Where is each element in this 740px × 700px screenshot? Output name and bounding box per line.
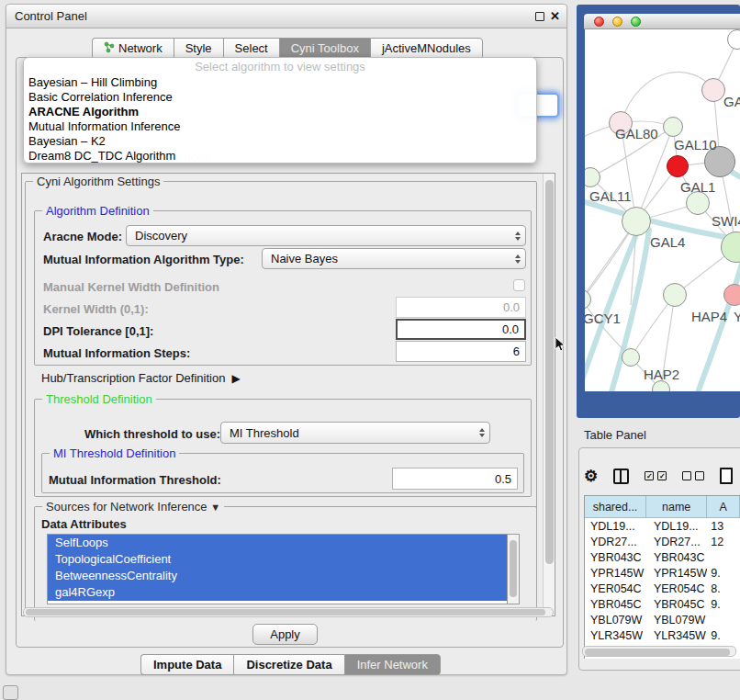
minimize-button[interactable] — [612, 17, 622, 27]
scrollbar-thumb[interactable] — [510, 540, 517, 597]
table-row[interactable]: YPR145WYPR145W9. — [585, 565, 740, 581]
gear-icon[interactable]: ⚙ — [584, 467, 598, 486]
table-toolbar: ⚙ ✓ ✓ — [584, 462, 733, 490]
field-value: 0.5 — [495, 472, 511, 486]
apply-button[interactable]: Apply — [252, 624, 318, 645]
close-icon[interactable]: ✕ — [550, 9, 560, 23]
table-row[interactable]: YBR045CYBR045C9. — [585, 596, 740, 612]
which-threshold-select[interactable]: MI Threshold — [220, 422, 490, 444]
scrollbar-thumb[interactable] — [26, 609, 545, 615]
algorithm-option-mutual-information-inference[interactable]: Mutual Information Inference — [24, 119, 536, 134]
mi-algorithm-type-select[interactable]: Naive Bayes — [262, 248, 526, 269]
column-header-name[interactable]: name — [646, 496, 707, 518]
select-all-icon[interactable]: ✓ ✓ — [645, 471, 667, 480]
spinner-arrows-icon — [515, 254, 521, 264]
table-row[interactable]: YBR043CYBR043C — [585, 549, 740, 565]
manual-kernel-checkbox[interactable] — [513, 279, 525, 291]
table-cell — [707, 612, 740, 627]
node-label-gal10: GAL10 — [674, 137, 717, 152]
kernel-width-field[interactable]: 0.0 — [396, 297, 526, 318]
tab-style[interactable]: Style — [174, 38, 223, 59]
mi-threshold-label: Mutual Information Threshold: — [49, 473, 221, 487]
table-cell: YDL19... — [646, 518, 707, 534]
expand-right-icon[interactable]: ▶ — [231, 372, 240, 385]
combo-value: Naive Bayes — [271, 252, 338, 265]
algorithm-option-aracne-algorithm[interactable]: ARACNE Algorithm — [24, 105, 536, 119]
list-vertical-scrollbar[interactable] — [508, 534, 520, 604]
table-cell: YBL079W — [585, 612, 646, 627]
table-row[interactable]: YLR345WYLR345W9. — [585, 627, 740, 643]
node-label-hap2: HAP2 — [644, 367, 679, 382]
tab-jactivemnodules[interactable]: jActiveMNodules — [370, 38, 483, 59]
network-edge-thick[interactable] — [697, 261, 740, 391]
column-header-a[interactable]: A — [707, 496, 740, 518]
collapse-down-icon[interactable]: ▼ — [210, 502, 220, 513]
attribute-item-gal4rgexp[interactable]: gal4RGexp — [48, 584, 507, 601]
algorithm-dropdown-list: Bayesian – Hill ClimbingBasic Correlatio… — [24, 75, 536, 163]
network-node[interactable] — [663, 117, 683, 137]
dpi-tolerance-label: DPI Tolerance [0,1]: — [43, 324, 153, 338]
node-label-y: Y — [734, 309, 740, 324]
algorithm-dropdown: Select algorithm to view settings Bayesi… — [23, 57, 537, 164]
algorithm-option-bayesian-k2[interactable]: Bayesian – K2 — [24, 134, 536, 149]
spinner-arrows-icon — [515, 231, 521, 241]
tab-label: jActiveMNodules — [382, 41, 471, 55]
float-window-icon[interactable] — [535, 12, 544, 21]
column-layout-icon[interactable] — [613, 469, 629, 484]
table-cell — [707, 549, 740, 565]
manual-kernel-label: Manual Kernel Width Definition — [43, 280, 219, 294]
tab-label: Cyni Toolbox — [291, 41, 359, 55]
hub-definition-expander[interactable]: Hub/Transcription Factor Definition▶ — [41, 371, 241, 385]
tab-cyni-toolbox[interactable]: Cyni Toolbox — [279, 38, 370, 59]
table-row[interactable]: YDR27...YDR27...12 — [585, 534, 740, 549]
network-node[interactable] — [622, 348, 640, 367]
new-table-icon[interactable] — [720, 468, 733, 484]
network-window-titlebar[interactable] — [584, 14, 740, 29]
minimized-panel-icon[interactable] — [3, 685, 18, 700]
network-node[interactable] — [723, 284, 740, 306]
mi-threshold-field[interactable]: 0.5 — [392, 468, 518, 490]
table-panel-title: Table Panel — [584, 428, 646, 442]
settings-vertical-scrollbar[interactable] — [543, 174, 555, 615]
tab-select[interactable]: Select — [223, 38, 279, 59]
deselect-all-icon[interactable] — [682, 471, 704, 480]
network-node[interactable] — [667, 155, 689, 177]
control-panel: Control Panel ✕ Inference Algorithm gal-… — [6, 4, 567, 675]
tab-impute-data[interactable]: Impute Data — [140, 654, 233, 675]
aracne-mode-select[interactable]: Discovery — [126, 225, 526, 246]
table-header: shared...nameA — [585, 496, 740, 518]
zoom-button[interactable] — [631, 17, 641, 27]
tab-infer-network[interactable]: Infer Network — [344, 654, 441, 675]
table-horizontal-scrollbar[interactable] — [582, 646, 736, 657]
network-node[interactable] — [622, 207, 651, 236]
algorithm-option-bayesian-hill-climbing[interactable]: Bayesian – Hill Climbing — [24, 75, 536, 90]
mi-steps-field[interactable]: 6 — [396, 341, 526, 362]
node-label-gcy1: GCY1 — [585, 310, 621, 326]
scrollbar-thumb[interactable] — [585, 649, 730, 656]
attribute-item-betweennesscentrality[interactable]: BetweennessCentrality — [48, 568, 507, 584]
scrollbar-thumb[interactable] — [545, 180, 554, 564]
tab-label: Style — [185, 41, 212, 55]
table-row[interactable]: YBL079WYBL079W — [585, 612, 740, 627]
table-row[interactable]: YDL19...YDL19...13 — [585, 518, 740, 534]
attribute-item-topologicalcoefficient[interactable]: TopologicalCoefficient — [48, 551, 507, 568]
unchecked-box-icon — [695, 471, 704, 480]
column-header-shared[interactable]: shared... — [585, 496, 646, 518]
network-canvas[interactable]: GAL80GAL10GAL1GAL11SWI4GAL4GCY1HAP4YHAP2… — [585, 29, 740, 391]
spinner-arrows-icon — [479, 428, 485, 437]
table-cell: YDR27... — [585, 534, 646, 549]
table-row[interactable]: YER054CYER054C8. — [585, 581, 740, 596]
close-button[interactable] — [594, 17, 604, 27]
dpi-tolerance-field[interactable]: 0.0 — [396, 319, 526, 340]
algorithm-option-basic-correlation-inference[interactable]: Basic Correlation Inference — [24, 90, 536, 105]
network-node[interactable] — [701, 78, 725, 102]
network-edge[interactable] — [621, 72, 713, 123]
tab-network[interactable]: Network — [92, 38, 174, 59]
field-value: 6 — [513, 344, 520, 358]
algorithm-option-dream8-dc-tdc-algorithm[interactable]: Dream8 DC_TDC Algorithm — [24, 149, 536, 164]
attribute-item-selfloops[interactable]: SelfLoops — [48, 535, 507, 551]
tab-discretize-data[interactable]: Discretize Data — [233, 654, 343, 675]
network-node[interactable] — [663, 283, 687, 307]
group-title: Sources for Network Inference ▼ — [42, 500, 224, 514]
settings-horizontal-scrollbar[interactable] — [23, 607, 554, 617]
